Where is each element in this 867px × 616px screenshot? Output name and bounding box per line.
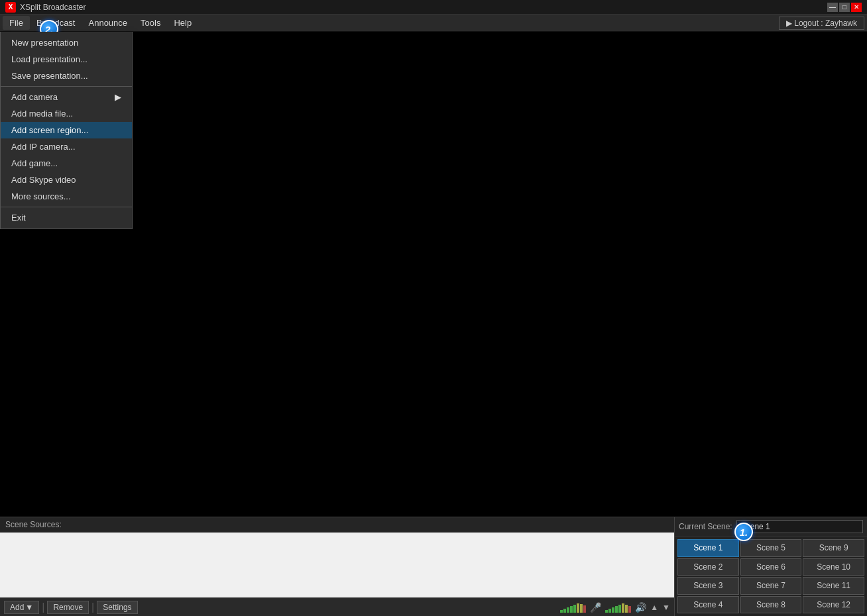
settings-source-button[interactable]: Settings bbox=[97, 601, 137, 614]
scene-button-3[interactable]: Scene 9 bbox=[803, 539, 864, 557]
audio-meter-2 bbox=[605, 602, 631, 613]
menu-save-presentation[interactable]: Save presentation... bbox=[1, 68, 132, 84]
menu-new-presentation[interactable]: New presentation bbox=[1, 34, 132, 51]
separator-1 bbox=[1, 86, 132, 87]
menu-announce[interactable]: Announce bbox=[82, 16, 135, 30]
scene-button-6[interactable]: Scene 10 bbox=[803, 558, 864, 576]
menu-add-skype-video[interactable]: Add Skype video bbox=[1, 172, 132, 188]
menu-add-camera[interactable]: Add camera ▶ bbox=[1, 89, 132, 105]
menu-more-sources[interactable]: More sources... bbox=[1, 188, 132, 205]
audio-meter-1 bbox=[560, 602, 586, 613]
scene-button-7[interactable]: Scene 3 bbox=[677, 577, 739, 595]
scene-button-2[interactable]: Scene 5 bbox=[740, 539, 802, 557]
scene-button-1[interactable]: Scene 1 bbox=[677, 539, 739, 557]
move-up-icon[interactable]: ▲ bbox=[650, 603, 658, 612]
menu-add-media-file[interactable]: Add media file... bbox=[1, 105, 132, 122]
menu-exit[interactable]: Exit bbox=[1, 209, 132, 226]
menu-load-presentation[interactable]: Load presentation... bbox=[1, 51, 132, 68]
menu-add-game[interactable]: Add game... bbox=[1, 155, 132, 172]
scene-button-9[interactable]: Scene 11 bbox=[803, 577, 864, 595]
scene-sources-header: Scene Sources: bbox=[0, 517, 674, 533]
scene-button-12[interactable]: Scene 12 bbox=[803, 596, 864, 614]
speaker-icon: 🔊 bbox=[635, 602, 646, 613]
scene-sources-list bbox=[0, 533, 674, 597]
scene-sources-panel: Scene Sources: Add ▼ | Remove | Settings bbox=[0, 517, 675, 616]
menu-add-screen-region[interactable]: Add screen region... bbox=[1, 122, 132, 138]
move-down-icon[interactable]: ▼ bbox=[662, 603, 670, 612]
menu-file[interactable]: File bbox=[3, 16, 30, 30]
scene-button-5[interactable]: Scene 6 bbox=[740, 558, 802, 576]
scene-sources-toolbar: Add ▼ | Remove | Settings bbox=[0, 597, 674, 616]
scenes-grid: Scene 1Scene 5Scene 9Scene 2Scene 6Scene… bbox=[675, 537, 867, 616]
current-scene-label: Current Scene: bbox=[679, 522, 732, 531]
window-controls: — □ ✕ bbox=[827, 3, 862, 12]
minimize-button[interactable]: — bbox=[827, 3, 838, 12]
menubar: File Broadcast Announce Tools Help ▶ Log… bbox=[0, 15, 867, 32]
close-button[interactable]: ✕ bbox=[851, 3, 862, 12]
separator-2 bbox=[1, 207, 132, 207]
app-title: XSplit Broadcaster bbox=[20, 3, 86, 12]
current-scene-input[interactable] bbox=[736, 520, 863, 533]
scene-button-11[interactable]: Scene 8 bbox=[740, 596, 802, 614]
menu-add-ip-camera[interactable]: Add IP camera... bbox=[1, 138, 132, 155]
app-icon: X bbox=[5, 2, 16, 13]
maximize-button[interactable]: □ bbox=[839, 3, 850, 12]
scene-button-8[interactable]: Scene 7 bbox=[740, 577, 802, 595]
file-dropdown: New presentation Load presentation... Sa… bbox=[0, 32, 133, 229]
step1-badge: 1. bbox=[734, 523, 753, 541]
add-source-button[interactable]: Add ▼ bbox=[4, 601, 39, 614]
menu-help[interactable]: Help bbox=[167, 16, 198, 30]
scenes-panel: Current Scene: Scene 1Scene 5Scene 9Scen… bbox=[675, 517, 867, 616]
remove-source-button[interactable]: Remove bbox=[47, 601, 89, 614]
scene-button-4[interactable]: Scene 2 bbox=[677, 558, 739, 576]
scene-button-10[interactable]: Scene 4 bbox=[677, 596, 739, 614]
current-scene-row: Current Scene: bbox=[675, 517, 867, 537]
logout-button[interactable]: ▶ Logout : Zayhawk bbox=[779, 17, 864, 30]
menu-tools[interactable]: Tools bbox=[134, 16, 167, 30]
microphone-icon: 🎤 bbox=[590, 602, 601, 613]
titlebar: X XSplit Broadcaster — □ ✕ bbox=[0, 0, 867, 15]
